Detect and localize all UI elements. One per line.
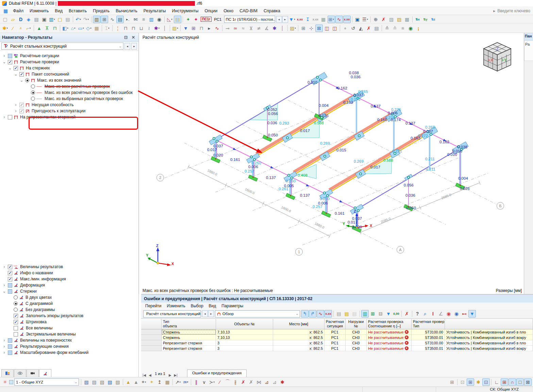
menu-вставить[interactable]: Вставить — [66, 7, 90, 14]
generated-objects-icon[interactable]: ✦ — [184, 16, 192, 23]
menu-опции[interactable]: Опции — [202, 7, 221, 14]
edit-rotate-icon[interactable]: ▧ — [90, 378, 98, 386]
table-default-icon[interactable]: ▤ — [335, 310, 343, 317]
tree-item[interactable]: В двух цветах — [0, 294, 138, 300]
numbering-icon[interactable]: 26▾ — [182, 378, 189, 386]
nodal-load-icon[interactable]: ¦ — [114, 24, 121, 32]
goto-table-icon[interactable]: ↱ — [309, 310, 316, 317]
undo-icon[interactable]: ↶▾ — [74, 16, 82, 23]
table-cell[interactable]: Не рассчитываемые ✕ — [367, 335, 412, 340]
table-cell[interactable]: ST3500.01 — [412, 346, 445, 351]
table-cell[interactable]: Репрезентант стержня — [162, 340, 216, 346]
menu-придать[interactable]: Придать — [90, 7, 113, 14]
dimensions-icon[interactable]: ≡ — [399, 24, 406, 32]
origin-icon[interactable]: ∘ — [342, 24, 349, 32]
tree-item[interactable]: Экстремальные величины — [0, 331, 138, 337]
ortho-icon[interactable]: ∟ — [493, 378, 500, 386]
checkbox[interactable]: ✓ — [19, 109, 24, 113]
new-model-icon[interactable]: ▢ — [1, 16, 9, 23]
table-row[interactable]: Репрезентант стержня3x: 862.5РС1СН3Не ра… — [141, 346, 533, 351]
view-x-icon[interactable]: ⇅x — [414, 16, 421, 23]
prev-case-icon[interactable]: ◂ — [276, 16, 282, 23]
measure-2-icon[interactable]: ≙ — [391, 24, 399, 32]
radio-button[interactable] — [14, 308, 18, 312]
disconnect-icon[interactable]: ≄ — [255, 24, 263, 32]
snap-object-icon[interactable]: ⊡ — [459, 378, 466, 386]
errors-menu-параметры[interactable]: Параметры — [219, 303, 246, 309]
errors-menu-изменить[interactable]: Изменить — [164, 303, 188, 309]
errors-menu-выбор[interactable]: Выбор — [188, 303, 206, 309]
offset-icon[interactable]: ≻▾ — [208, 378, 216, 386]
structure-grid-icon[interactable]: ▦ — [93, 24, 100, 32]
view-z-icon[interactable]: ⇅z — [430, 16, 437, 23]
new-report-icon[interactable]: ▢ — [56, 16, 64, 23]
table-cell[interactable]: x: 862.5 — [273, 329, 324, 335]
excel-settings-icon[interactable]: ⊟ — [377, 310, 384, 317]
3d-viewport[interactable]: Расчёт стальных конструкций — [139, 33, 524, 294]
tab-data-navigator[interactable] — [1, 369, 14, 377]
menu-cad-bim[interactable]: CAD-BIM — [236, 7, 261, 14]
table-cell[interactable]: РС1 — [324, 335, 346, 340]
rendering-icon[interactable]: ▨▾ — [289, 24, 297, 32]
line-support-icon[interactable]: ⊼ — [43, 24, 51, 32]
high-utilization-beams[interactable] — [253, 96, 430, 194]
colored-tables-icon[interactable]: ▤ — [116, 16, 124, 23]
clipping-icon[interactable]: ◺▾ — [166, 16, 173, 23]
tree-item[interactable]: С диаграммой — [0, 300, 138, 307]
collapse-icon[interactable]: ⌄ — [14, 72, 18, 77]
column-header[interactable]: Типобъекта — [162, 318, 216, 329]
menu-вид[interactable]: Вид — [52, 7, 66, 14]
dock-icon[interactable]: ⊡ — [123, 35, 129, 40]
mode-shape-icon[interactable]: ∿ — [213, 24, 221, 32]
user-views-icon[interactable]: ▩ — [403, 16, 411, 23]
table-row[interactable]: Стержень7,10,13x: 862.5РС1СН3Не рассчиты… — [141, 329, 533, 335]
tree-item[interactable]: ✓Инфо о названии — [0, 270, 138, 276]
checkbox[interactable]: ✓ — [8, 265, 12, 269]
min-values-icon[interactable]: ↧ — [304, 16, 312, 23]
table-cell[interactable]: Не рассчитываемые ✕ — [367, 340, 412, 346]
result-diagrams-icon[interactable]: ∿ — [335, 16, 343, 23]
snap-node-icon[interactable]: ✱ — [474, 378, 482, 386]
dlubal-center-icon[interactable]: D — [17, 16, 24, 23]
open-icon[interactable]: ▱ — [9, 16, 17, 23]
active-filter-icon[interactable]: ▼ — [468, 310, 476, 317]
tree-item[interactable]: Макс. из выбранных расчётных проверок — [0, 96, 138, 102]
tree-item[interactable]: ⌄✓На стержнях — [0, 65, 138, 71]
overview-combo[interactable]: Обзор⌄ — [215, 310, 300, 317]
solid-results-icon[interactable]: ▦ — [320, 16, 327, 23]
menu-файл[interactable]: Файл — [10, 7, 27, 14]
table-cell[interactable]: 7,10,13 — [216, 329, 273, 335]
fillet-icon[interactable]: ⊿ — [263, 378, 270, 386]
tab-views[interactable] — [14, 369, 26, 377]
coordinate-system-combo[interactable]: 1 - Общие XYZ⌄ — [14, 378, 79, 386]
trim-icon[interactable]: ✗ — [239, 378, 247, 386]
table-cell[interactable] — [141, 340, 162, 346]
printout-report-icon[interactable]: ▤ — [64, 16, 71, 23]
layers-icon[interactable]: ≡ — [140, 16, 147, 23]
checkbox[interactable]: ✓ — [14, 314, 18, 318]
tree-item[interactable]: ›Результирующие сечения — [0, 343, 138, 349]
copy-icon[interactable]: ▲ — [124, 378, 132, 386]
checkbox[interactable]: ✓ — [8, 271, 12, 275]
close-icon[interactable]: ✕ — [130, 35, 136, 40]
rotate-cs-icon[interactable]: ↺ — [349, 24, 357, 32]
tree-item[interactable]: Без диаграммы — [0, 307, 138, 313]
color-scale-icon[interactable]: ▨▾ — [171, 24, 179, 32]
select-cross-icon[interactable]: ⊠ — [524, 378, 532, 386]
check-type-select[interactable]: Расчёт стальных конструкций⌄ — [1, 43, 123, 50]
checkbox[interactable] — [14, 326, 18, 330]
radio-button[interactable] — [31, 97, 35, 101]
table-row[interactable]: Репрезентант стержня3x: 862.5РС1СН3Не ра… — [141, 340, 533, 346]
checkbox[interactable] — [8, 115, 12, 119]
chamfer-icon[interactable]: ⊿ — [271, 378, 278, 386]
column-header[interactable]: Объекты № — [216, 318, 273, 329]
warning-icon[interactable]: ¡ — [415, 24, 422, 32]
project-icon[interactable]: ⌖ — [148, 378, 155, 386]
tree-item[interactable]: ✓Макс./мин. информация — [0, 276, 138, 282]
expand-icon[interactable]: › — [14, 109, 18, 113]
new-member-icon[interactable]: ∕ı — [17, 24, 24, 32]
tab-results[interactable] — [39, 369, 51, 377]
table-cell[interactable]: РС1 — [324, 340, 346, 346]
checkbox[interactable] — [8, 289, 12, 294]
snap-guides-icon[interactable]: ⊡ — [482, 378, 490, 386]
